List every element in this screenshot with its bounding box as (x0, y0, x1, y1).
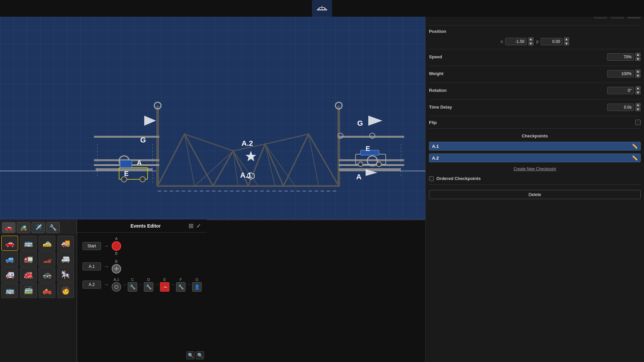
time-delay-down[interactable]: ▼ (635, 107, 641, 111)
event-a2-trigger[interactable]: A.2 (83, 281, 101, 289)
svg-line-31 (195, 151, 233, 186)
svg-line-22 (158, 134, 184, 186)
time-delay-row: Time Delay ▲ ▼ (429, 103, 641, 111)
pos-y-down[interactable]: ▼ (564, 42, 569, 46)
svg-text:G: G (140, 136, 146, 144)
svg-rect-44 (339, 136, 404, 138)
event-a1-trigger[interactable]: A.1 (83, 262, 101, 270)
pos-x-stepper: ▲ ▼ (528, 37, 534, 46)
vehicle-item-10[interactable]: 🚓 (39, 267, 55, 282)
checkpoint-a2-row[interactable]: A.2 ✏️ (429, 154, 641, 162)
vehicle-item-14[interactable]: 🛻 (39, 283, 55, 298)
event-node-a[interactable] (112, 241, 121, 251)
events-layout-icon[interactable]: ⊞ (189, 222, 194, 230)
event-row-a1: A.1 → B (83, 259, 201, 274)
vehicle-item-12[interactable]: 🚌 (1, 283, 18, 298)
vehicle-item-2[interactable]: 🚕 (39, 236, 55, 251)
vehicle-tab-tool[interactable]: 🔧 (46, 222, 60, 233)
events-check-icon[interactable]: ✓ (196, 222, 201, 230)
ordered-checkpoints-row: Ordered Checkpoints (429, 176, 641, 181)
chain-node-f[interactable]: 🔧 (176, 282, 185, 292)
svg-line-23 (184, 134, 213, 186)
time-delay-input[interactable] (607, 104, 634, 111)
svg-point-56 (358, 162, 363, 167)
create-checkpoint-button[interactable]: Create New Checkpoint (429, 165, 641, 173)
chain-arrow-1: → (122, 282, 126, 287)
rotation-down[interactable]: ▼ (635, 90, 641, 95)
time-delay-label: Time Delay (429, 105, 452, 110)
svg-point-73 (115, 285, 118, 289)
svg-rect-45 (339, 159, 404, 161)
event-start-trigger[interactable]: Start (83, 242, 101, 250)
vehicle-item-15[interactable]: 🧑 (57, 283, 74, 298)
svg-point-52 (121, 177, 127, 182)
chain-col-a1: A.1 (112, 278, 121, 292)
svg-text:E: E (366, 145, 370, 152)
position-inputs: x: ▲ ▼ y: ▲ ▼ (429, 37, 641, 46)
divider-1 (429, 25, 641, 25)
pos-x-down[interactable]: ▼ (528, 42, 534, 46)
vehicle-item-5[interactable]: 🚛 (20, 251, 37, 266)
vehicle-tab-car[interactable]: 🚗 (2, 222, 15, 233)
arrow-2: → (104, 263, 109, 269)
events-panel: Events Editor ⊞ ✓ Start → A B A.1 → (77, 220, 207, 362)
bottom-bar: 🚗 🚜 ✈️ 🔧 🚗 🚌 🚕 🚚 🚙 🚛 🏎️ 🚐 🚑 🚒 🚓 🎠 🚌 🚎 🛻 … (0, 220, 425, 362)
chain-arrow-2: → (139, 282, 143, 287)
flip-row: Flip (429, 120, 641, 125)
time-delay-up[interactable]: ▲ (635, 103, 641, 107)
zoom-out-button[interactable]: 🔍 (196, 351, 204, 359)
speed-up[interactable]: ▲ (635, 53, 641, 57)
checkpoint-a2-edit[interactable]: ✏️ (632, 155, 638, 161)
speed-down[interactable]: ▼ (635, 57, 641, 61)
zoom-in-button[interactable]: 🔍 (186, 351, 195, 359)
divider-3 (429, 66, 641, 66)
chain-node-g[interactable]: 👤 (192, 282, 202, 292)
pos-x-up[interactable]: ▲ (528, 37, 534, 41)
bridge-icon (312, 0, 332, 17)
vehicle-item-7[interactable]: 🚐 (57, 251, 74, 266)
pos-y-input[interactable] (541, 38, 562, 45)
chain-label-a1: A.1 (114, 278, 119, 282)
weight-down[interactable]: ▼ (635, 74, 641, 78)
rotation-up[interactable]: ▲ (635, 86, 641, 90)
checkpoint-a1-row[interactable]: A.1 ✏️ (429, 142, 641, 150)
svg-marker-63 (246, 151, 256, 161)
svg-marker-59 (144, 116, 156, 126)
vehicle-tab-plane[interactable]: ✈️ (32, 222, 45, 233)
weight-up[interactable]: ▲ (635, 69, 641, 73)
event-row-a2: A.2 → A.1 → C 🔧 → (83, 278, 201, 292)
event-node-b[interactable] (112, 264, 121, 274)
flip-checkbox[interactable] (635, 120, 641, 125)
vehicle-tab-truck[interactable]: 🚜 (17, 222, 30, 233)
pos-x-input[interactable] (505, 38, 527, 45)
event-chain-a2: A.1 → C 🔧 → D 🔧 → (112, 278, 202, 292)
chain-node-e[interactable]: 🚗 (160, 282, 169, 292)
speed-input[interactable] (607, 53, 634, 61)
vehicle-item-11[interactable]: 🎠 (57, 267, 74, 282)
rotation-input[interactable] (607, 87, 634, 94)
vehicle-item-13[interactable]: 🚎 (20, 283, 37, 298)
ordered-checkpoints-checkbox[interactable] (429, 176, 434, 181)
pos-y-up[interactable]: ▲ (564, 37, 569, 41)
flip-label: Flip (429, 120, 437, 125)
chain-node-c[interactable]: 🔧 (128, 282, 137, 292)
weight-input[interactable] (607, 70, 634, 77)
divider-4 (429, 82, 641, 83)
rotation-stepper: ▲ ▼ (635, 86, 641, 95)
vehicle-item-8[interactable]: 🚑 (1, 267, 18, 282)
vehicle-item-3[interactable]: 🚚 (57, 236, 74, 251)
arrow-3: → (104, 282, 109, 288)
vehicle-item-6[interactable]: 🏎️ (39, 251, 55, 266)
vehicle-item-4[interactable]: 🚙 (1, 251, 18, 266)
chain-node-a1[interactable] (112, 282, 121, 292)
vehicle-item-9[interactable]: 🚒 (20, 267, 37, 282)
delete-button[interactable]: Delete (429, 190, 641, 199)
vehicle-item-0[interactable]: 🚗 (1, 236, 18, 251)
time-delay-input-group: ▲ ▼ (607, 103, 641, 111)
position-label: Position (429, 29, 446, 34)
vehicle-item-1[interactable]: 🚌 (20, 236, 37, 251)
speed-stepper: ▲ ▼ (635, 53, 641, 61)
main-canvas[interactable]: G A E A.2 A.1 G E A (0, 17, 425, 220)
chain-node-d[interactable]: 🔧 (144, 282, 153, 292)
checkpoint-a1-edit[interactable]: ✏️ (632, 143, 638, 149)
